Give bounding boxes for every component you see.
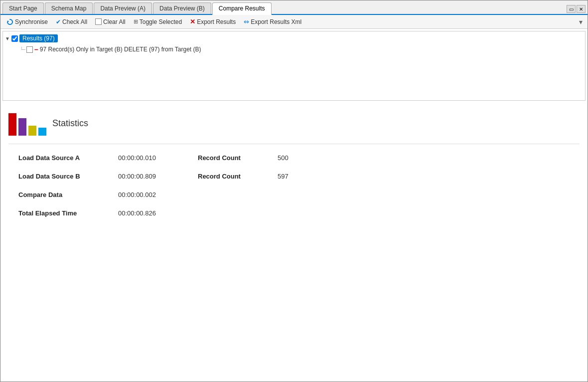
stats-left-value-1: 00:00:00.010 xyxy=(118,154,198,162)
purple-bar xyxy=(18,118,26,136)
close-button[interactable]: ✕ xyxy=(577,5,586,13)
tab-data-preview-a[interactable]: Data Preview (A) xyxy=(94,2,152,14)
stats-right-value-1: 500 xyxy=(278,154,317,162)
synchronise-button[interactable]: Synchronise xyxy=(3,17,51,26)
clear-all-label: Clear All xyxy=(103,18,126,25)
tab-bar: Start Page Schema Map Data Preview (A) D… xyxy=(0,0,588,15)
toggle-selected-label: Toggle Selected xyxy=(140,18,182,25)
blue-bar xyxy=(38,128,46,136)
stats-row-2: Load Data Source B 00:00:00.809 Record C… xyxy=(8,173,580,180)
tree-root-row: ▼ Results (97) xyxy=(5,33,583,43)
stats-left-value-3: 00:00:00.002 xyxy=(118,191,198,198)
tree-root-label: Results (97) xyxy=(19,34,58,42)
tab-data-preview-b[interactable]: Data Preview (B) xyxy=(153,2,211,14)
stats-right-label-1: Record Count xyxy=(198,154,278,162)
stats-divider xyxy=(8,144,580,144)
main-window: Start Page Schema Map Data Preview (A) D… xyxy=(0,0,588,382)
export-results-icon: ✕ xyxy=(190,18,195,25)
toggle-selected-button[interactable]: ⊞ Toggle Selected xyxy=(131,17,185,26)
check-all-icon: ✔ xyxy=(56,18,61,25)
tree-child-label: 97 Record(s) Only in Target (B) DELETE (… xyxy=(40,46,201,53)
tree-child-checkbox[interactable] xyxy=(26,46,33,53)
check-all-label: Check All xyxy=(62,18,87,25)
tree-expand-icon[interactable]: ▼ xyxy=(5,36,10,41)
sync-icon xyxy=(6,18,13,25)
check-all-button[interactable]: ✔ Check All xyxy=(53,17,90,26)
stats-total-value: 00:00:00.826 xyxy=(118,209,198,217)
tree-panel: ▼ Results (97) └─ – 97 Record(s) Only in… xyxy=(2,31,586,101)
tree-line-icon: └─ xyxy=(20,47,25,52)
export-xml-icon: ⇔ xyxy=(244,18,249,25)
clear-all-icon xyxy=(95,18,102,25)
restore-button[interactable]: ▭ xyxy=(567,5,576,13)
statistics-section: Statistics Load Data Source A 00:00:00.0… xyxy=(0,103,588,382)
stats-total-row: Total Elapsed Time 00:00:00.826 xyxy=(8,209,580,217)
stats-left-label-3: Compare Data xyxy=(18,191,118,198)
sync-icon-svg xyxy=(6,18,13,25)
export-results-button[interactable]: ✕ Export Results xyxy=(187,17,239,26)
synchronise-label: Synchronise xyxy=(15,18,48,25)
stats-row-1: Load Data Source A 00:00:00.010 Record C… xyxy=(8,154,580,162)
window-controls: ▭ ✕ xyxy=(566,5,588,14)
tree-dash-icon: – xyxy=(34,45,38,53)
stats-left-label-2: Load Data Source B xyxy=(18,173,118,180)
toggle-selected-icon: ⊞ xyxy=(134,18,138,25)
stats-left-value-2: 00:00:00.809 xyxy=(118,173,198,180)
tab-start-page[interactable]: Start Page xyxy=(2,2,44,14)
export-results-xml-label: Export Results Xml xyxy=(251,18,301,25)
stats-chart xyxy=(8,111,46,136)
red-bar xyxy=(8,113,16,136)
toolbar-more-button[interactable]: ▾ xyxy=(577,18,585,26)
stats-title: Statistics xyxy=(52,118,88,129)
tab-compare-results[interactable]: Compare Results xyxy=(212,2,272,15)
export-results-label: Export Results xyxy=(197,18,236,25)
stats-header: Statistics xyxy=(8,111,580,136)
tree-child-row: └─ – 97 Record(s) Only in Target (B) DEL… xyxy=(5,44,583,54)
stats-left-label-1: Load Data Source A xyxy=(18,154,118,162)
stats-total-label: Total Elapsed Time xyxy=(18,209,118,217)
stats-right-value-2: 597 xyxy=(278,173,317,180)
stats-right-label-2: Record Count xyxy=(198,173,278,180)
clear-all-button[interactable]: Clear All xyxy=(92,17,129,26)
tab-schema-map[interactable]: Schema Map xyxy=(45,2,93,14)
export-results-xml-button[interactable]: ⇔ Export Results Xml xyxy=(241,17,304,26)
svg-marker-0 xyxy=(7,20,9,22)
stats-row-3: Compare Data 00:00:00.002 xyxy=(8,191,580,198)
toolbar: Synchronise ✔ Check All Clear All ⊞ Togg… xyxy=(0,15,588,29)
tree-root-checkbox[interactable] xyxy=(11,35,18,42)
yellow-bar xyxy=(28,126,36,136)
